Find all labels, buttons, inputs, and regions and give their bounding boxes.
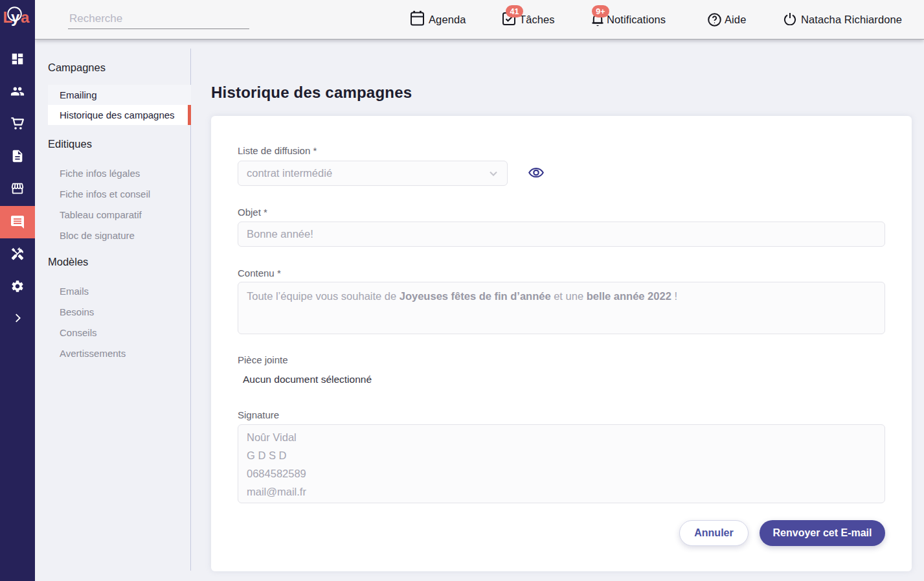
svg-text:y: y (11, 8, 20, 26)
svg-text:a: a (21, 8, 30, 26)
